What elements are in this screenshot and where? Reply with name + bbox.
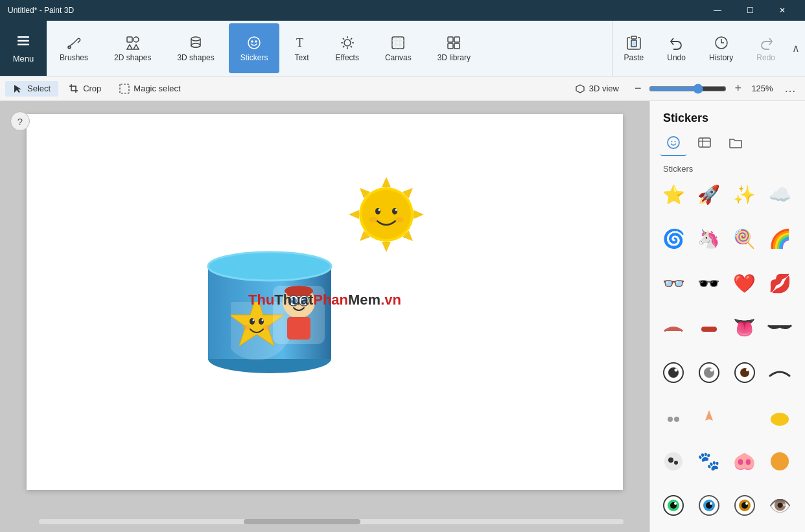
sticker-ear[interactable] — [729, 401, 760, 432]
svg-point-105 — [674, 417, 679, 422]
toolbar-collapse-button[interactable]: ∧ — [787, 21, 805, 76]
svg-point-111 — [771, 452, 789, 470]
redo-button[interactable]: Redo — [746, 23, 786, 73]
zoom-slider[interactable] — [649, 84, 727, 94]
toolbar-effects[interactable]: Effects — [323, 23, 370, 73]
menu-button[interactable]: Menu — [0, 21, 47, 76]
svg-point-12 — [255, 41, 257, 42]
sticker-rocket[interactable]: 🚀 — [694, 179, 725, 210]
sticker-blue-eye[interactable] — [694, 490, 725, 521]
svg-point-10 — [248, 37, 260, 49]
history-label: History — [709, 53, 733, 62]
custom-stickers-tab[interactable] — [692, 130, 718, 156]
minimize-button[interactable]: — — [703, 0, 732, 21]
panel-section-label: Stickers — [650, 161, 805, 179]
magic-select-label: Magic select — [134, 84, 180, 93]
sticker-mouth1[interactable] — [658, 312, 689, 343]
redo-label: Redo — [756, 53, 775, 62]
sticker-sunglasses[interactable]: 🕶️ — [694, 268, 725, 299]
sticker-brown-eye[interactable] — [729, 490, 760, 521]
sticker-glasses[interactable]: 👓 — [658, 268, 689, 299]
toolbar-canvas[interactable]: Canvas — [373, 23, 423, 73]
toolbar-3dshapes[interactable]: 3D shapes — [165, 23, 226, 73]
svg-marker-7 — [134, 45, 139, 49]
more-options-button[interactable]: … — [780, 82, 800, 95]
sticker-eye1[interactable] — [658, 357, 689, 388]
sticker-spiral[interactable]: 🌀 — [658, 224, 689, 255]
folder-tab[interactable] — [723, 130, 749, 156]
svg-point-61 — [395, 217, 404, 222]
canvas-scrollbar[interactable] — [39, 519, 624, 524]
sticker-bump[interactable] — [764, 401, 795, 432]
svg-point-123 — [745, 502, 748, 505]
sticker-clown-nose[interactable] — [764, 446, 795, 477]
undo-label: Undo — [667, 53, 686, 62]
sticker-nose1[interactable] — [658, 401, 689, 432]
canvas[interactable]: ThuThuatPhanMem.vn — [27, 114, 623, 490]
right-panel: Stickers — [649, 101, 805, 532]
sticker-tongue[interactable]: 👅 — [729, 312, 760, 343]
view3d-icon — [575, 84, 585, 94]
svg-point-107 — [771, 413, 789, 426]
sticker-rainbow[interactable]: 🌈 — [764, 224, 795, 255]
menu-icon — [16, 34, 30, 51]
select-label: Select — [27, 84, 51, 93]
sticker-sparkle[interactable]: ✨ — [729, 179, 760, 210]
sticker-nose2[interactable] — [694, 401, 725, 432]
svg-rect-32 — [631, 36, 636, 39]
select-button[interactable]: Select — [5, 81, 58, 97]
sticker-green-eye[interactable] — [658, 490, 689, 521]
sticker-paw-print[interactable]: 🐾 — [694, 446, 725, 477]
stickers-label: Stickers — [240, 53, 268, 62]
svg-point-5 — [134, 37, 139, 42]
svg-rect-33 — [631, 40, 636, 47]
sticker-star[interactable]: ⭐ — [658, 179, 689, 210]
zoom-out-button[interactable]: − — [632, 82, 644, 95]
toolbar-3dlibrary[interactable]: 3D library — [426, 23, 482, 73]
sticker-lollipop[interactable]: 🍭 — [729, 224, 760, 255]
history-button[interactable]: History — [699, 23, 743, 73]
panel-title: Stickers — [650, 101, 805, 130]
sticker-eyebrow[interactable] — [764, 357, 795, 388]
svg-line-19 — [343, 38, 344, 39]
magic-select-button[interactable]: Magic select — [111, 81, 188, 97]
sticker-unicorn[interactable]: 🦄 — [694, 224, 725, 255]
sticker-cloud[interactable]: ☁️ — [764, 179, 795, 210]
svg-point-71 — [253, 319, 255, 321]
zoom-in-button[interactable]: + — [732, 82, 744, 95]
svg-point-73 — [242, 325, 250, 330]
crop-button[interactable]: Crop — [61, 81, 109, 97]
maximize-button[interactable]: ☐ — [735, 0, 765, 21]
svg-point-55 — [362, 190, 411, 239]
crop-icon — [69, 84, 79, 94]
sticker-eye2[interactable] — [694, 357, 725, 388]
sticker-mouth2[interactable] — [694, 312, 725, 343]
paste-button[interactable]: Paste — [614, 23, 655, 73]
sticker-stylized-eye[interactable]: 👁️ — [764, 490, 795, 521]
svg-point-60 — [369, 217, 378, 222]
toolbar-stickers[interactable]: Stickers — [229, 23, 280, 73]
toolbar-brushes[interactable]: Brushes — [48, 23, 100, 73]
stickers-tab[interactable] — [660, 130, 686, 156]
close-button[interactable]: ✕ — [767, 0, 797, 21]
svg-rect-93 — [701, 327, 717, 332]
app-title: Untitled* - Paint 3D — [8, 6, 74, 15]
stickers-grid: ⭐ 🚀 ✨ ☁️ 🌀 🦄 🍭 🌈 👓 🕶️ ❤️ 💋 👅 — [650, 179, 805, 532]
toolbar-2dshapes[interactable]: 2D shapes — [102, 23, 163, 73]
sticker-eye3[interactable] — [729, 357, 760, 388]
svg-point-84 — [292, 299, 294, 301]
3d-cylinder-object[interactable] — [195, 244, 344, 386]
toolbar-text[interactable]: T Text — [282, 23, 321, 73]
sticker-lips[interactable]: 💋 — [764, 268, 795, 299]
sticker-mustache[interactable] — [764, 312, 795, 343]
sticker-spider-eye[interactable] — [658, 446, 689, 477]
view3d-button[interactable]: 3D view — [567, 81, 627, 97]
sun-sticker[interactable] — [338, 166, 441, 270]
svg-rect-0 — [18, 36, 29, 38]
sticker-heart[interactable]: ❤️ — [729, 268, 760, 299]
svg-point-102 — [746, 369, 749, 371]
help-button[interactable]: ? — [10, 111, 30, 131]
undo-button[interactable]: Undo — [657, 23, 696, 73]
svg-point-89 — [675, 141, 676, 143]
sticker-pig-nose[interactable]: 🐽 — [729, 446, 760, 477]
